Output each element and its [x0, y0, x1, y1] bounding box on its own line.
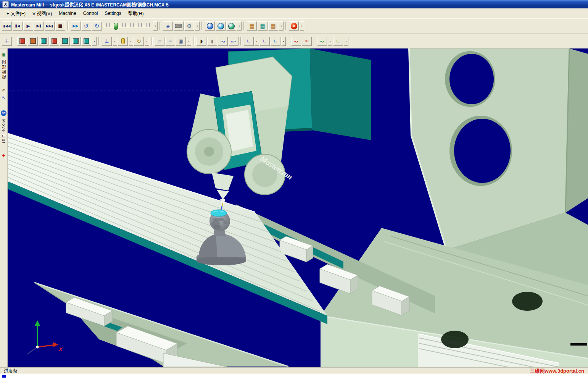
nc-badge-icon[interactable]: NC	[1, 110, 6, 116]
tool-rotate-button[interactable]: ↻	[134, 37, 144, 46]
view-front-globe-button[interactable]	[216, 21, 226, 31]
tool-display-button[interactable]	[118, 37, 128, 46]
speed-slider-thumb[interactable]	[114, 23, 118, 30]
tool-axis-button[interactable]: ⊥	[102, 37, 112, 46]
display-settings-button[interactable]: ◈	[163, 21, 173, 31]
close-simulation-button[interactable]: ×	[289, 21, 299, 31]
stock-display-red-button[interactable]	[17, 37, 27, 46]
machine-sim-viewport[interactable]: Mastercam	[8, 48, 588, 367]
path-angle-green-button-icon: ∟	[336, 39, 340, 44]
axes-icon[interactable]: +	[2, 153, 5, 158]
app-icon: X	[2, 1, 9, 8]
tab-graphics-capture[interactable]: 图形捕捉	[1, 60, 7, 80]
undo-icon[interactable]: ↶	[2, 89, 5, 93]
menu-item-settings[interactable]: Settings	[101, 10, 124, 17]
keyboard-button[interactable]: ⌨	[174, 21, 184, 31]
stock-solid-button[interactable]: ▰	[165, 37, 175, 46]
options-gear-button[interactable]: ⚙	[184, 21, 194, 31]
stop-button-icon: ■	[58, 24, 62, 28]
tool-axis-button-icon: ⊥	[105, 39, 109, 44]
stock-box-button-dropdown[interactable]: ▼	[187, 37, 191, 46]
fit-view-button[interactable]: +	[2, 37, 12, 46]
left-sidebar: ▣ 图形捕捉 ↶ ↖ NC Move List +	[0, 48, 8, 367]
go-to-end-button-icon: ▶▶▮	[46, 24, 53, 28]
title-bar[interactable]: X Mastercam Mill----sfqosk提供汉化 X5 E:\MAS…	[0, 0, 588, 8]
speed-slider-dropdown[interactable]: ▼	[153, 21, 158, 31]
rotate-ccw-button[interactable]: ↺	[81, 21, 91, 31]
view-top-globe-button-dropdown[interactable]: ▼	[237, 21, 242, 31]
stock-section-button[interactable]: ▱	[155, 37, 164, 46]
tool-axis-button-dropdown[interactable]: ▼	[113, 37, 117, 46]
menu-item-view[interactable]: V 视图(V)	[29, 9, 55, 18]
view-top-globe-button[interactable]	[226, 21, 236, 31]
path-angle-green-button-dropdown[interactable]: ▼	[344, 37, 348, 46]
toolpath-segment-button-icon: ↜	[231, 39, 236, 44]
axis-lock-2-button[interactable]: ∟	[260, 37, 270, 46]
target-teal-button[interactable]	[81, 37, 91, 46]
stock-compare-button-icon	[30, 38, 36, 44]
fixture-teal-button[interactable]	[71, 37, 81, 46]
fixture-display-toggle-button-icon: ▦	[271, 23, 275, 29]
toolbar-separator	[14, 37, 15, 45]
options-gear-button-dropdown[interactable]: ▼	[195, 21, 200, 31]
rotate-cw-button[interactable]: ↻	[92, 21, 102, 31]
axis-lock-1-button-dropdown[interactable]: ▼	[255, 37, 259, 46]
tool-rotate-button-dropdown[interactable]: ▼	[145, 37, 149, 46]
menu-item-help[interactable]: 帮助(H)	[125, 9, 147, 18]
axis-lock-1-button[interactable]: ∟	[244, 37, 254, 46]
machine-housing-toggle-button[interactable]: ▦	[247, 21, 257, 31]
progress-bar	[0, 374, 588, 378]
fit-view-button-icon: +	[4, 38, 9, 44]
stock-box-button[interactable]: ▣	[176, 37, 186, 46]
step-forward-button-icon: ▶▮	[36, 24, 41, 28]
axis-lock-3-button[interactable]: ∟	[271, 37, 280, 46]
fast-forward-button[interactable]: ▶▶	[71, 21, 81, 31]
toolpath-segment-button[interactable]: ↜	[229, 37, 238, 46]
close-simulation-button-dropdown[interactable]: ▼	[300, 21, 304, 31]
collision-check-button[interactable]: ◗	[197, 37, 206, 46]
path-display-red-button[interactable]: ↝	[291, 37, 301, 46]
path-display-green-button-dropdown[interactable]: ▼	[328, 37, 332, 46]
target-teal-button-dropdown[interactable]: ▼	[92, 37, 97, 46]
toolpath-trace-button[interactable]: ↝	[218, 37, 228, 46]
axis-lock-1-button-icon: ∟	[247, 39, 251, 44]
path-points-red-button-icon: ≈	[305, 39, 309, 44]
toolbar-separator	[67, 22, 69, 30]
speed-slider-track[interactable]	[104, 23, 151, 27]
tab-move-list[interactable]: Move List	[2, 119, 6, 144]
stock-display-teal-button[interactable]	[39, 37, 48, 46]
collision-report-button[interactable]: ◖	[207, 37, 217, 46]
axis-lock-3-button-dropdown[interactable]: ▼	[281, 37, 286, 46]
workpiece-teal-button[interactable]	[60, 37, 70, 46]
view-isometric-globe-button[interactable]	[205, 21, 215, 31]
go-to-end-button[interactable]: ▶▶▮	[45, 21, 55, 31]
tool-display-button-dropdown[interactable]: ▼	[129, 37, 133, 46]
fixture-display-toggle-button-dropdown[interactable]: ▼	[279, 21, 284, 31]
target-teal-button-icon	[84, 38, 89, 44]
axis-lock-3-button-icon: ∟	[274, 39, 278, 44]
menu-item-control[interactable]: Control	[80, 10, 101, 17]
graphics-image-icon[interactable]: ▣	[2, 53, 6, 57]
toolbar-separator	[201, 22, 203, 30]
stock-compare-button[interactable]	[28, 37, 38, 46]
stop-button[interactable]: ■	[55, 21, 65, 31]
go-to-start-button[interactable]: ▮◀◀	[2, 21, 12, 31]
fixture-display-toggle-button[interactable]: ▦	[268, 21, 278, 31]
speed-slider[interactable]	[103, 22, 152, 30]
menu-item-machine[interactable]: Machine	[55, 10, 79, 17]
cursor-icon[interactable]: ↖	[2, 95, 5, 100]
path-angle-green-button[interactable]: ∟	[333, 37, 343, 46]
toolbar-separator	[285, 22, 287, 30]
playback-toolbar: ▮◀◀▮◀▶▶▮▶▶▮■▶▶↺↻▼◈⌨⚙▼▼▦▦▦▼×▼	[0, 18, 588, 34]
menu-item-file[interactable]: F 文件(F)	[3, 9, 29, 18]
path-display-green-button[interactable]: ↝	[317, 37, 327, 46]
workpiece-red-button[interactable]	[49, 37, 59, 46]
step-back-button[interactable]: ▮◀	[13, 21, 23, 31]
step-back-button-icon: ▮◀	[15, 24, 20, 28]
step-forward-button[interactable]: ▶▮	[34, 21, 44, 31]
workpiece-display-toggle-button[interactable]: ▦	[258, 21, 267, 31]
path-points-red-button[interactable]: ≈	[302, 37, 312, 46]
keyboard-button-icon: ⌨	[175, 23, 182, 29]
mastercam-window: X Mastercam Mill----sfqosk提供汉化 X5 E:\MAS…	[0, 0, 588, 378]
play-button[interactable]: ▶	[23, 21, 33, 31]
